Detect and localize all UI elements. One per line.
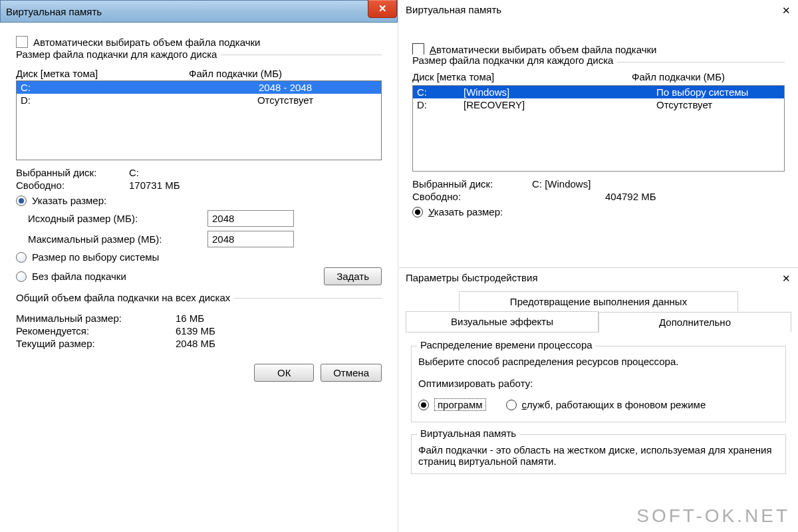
no-paging-radio[interactable]: [16, 271, 27, 282]
set-button[interactable]: Задать: [324, 267, 382, 285]
tab-dep[interactable]: Предотвращение выполнения данных: [459, 291, 738, 311]
per-drive-legend: Размер файла подкачки для каждого диска: [412, 55, 617, 66]
drive-listbox[interactable]: C: [Windows] По выбору системы D: [RECOV…: [412, 85, 785, 172]
vm-description: Файл подкачки - это область на жестком д…: [418, 444, 779, 467]
custom-size-label: Указать размер:: [32, 195, 106, 206]
programs-radio[interactable]: [418, 400, 429, 410]
current-label: Текущий размер:: [16, 338, 176, 349]
auto-manage-checkbox[interactable]: [16, 36, 28, 48]
per-drive-group: Размер файла подкачки для каждого диска …: [16, 55, 382, 286]
column-drive: Диск [метка тома]: [412, 71, 632, 82]
window-title: Виртуальная память: [406, 4, 501, 15]
total-group: Общий объем файла подкачки на всех диска…: [16, 298, 382, 349]
virtual-memory-group: Виртуальная память Файл подкачки - это о…: [411, 434, 786, 474]
window-title: Параметры быстродействия: [406, 272, 538, 283]
system-managed-label: Размер по выбору системы: [32, 251, 159, 263]
custom-size-radio[interactable]: [412, 207, 423, 217]
tab-advanced[interactable]: Дополнительно: [598, 312, 791, 332]
programs-label: программ: [434, 398, 486, 411]
close-button[interactable]: ✕: [368, 0, 397, 18]
total-legend: Общий объем файла подкачки на всех диска…: [16, 292, 234, 303]
drive-row[interactable]: D: [RECOVERY] Отсутствует: [413, 98, 784, 111]
close-icon: ✕: [782, 5, 791, 17]
recommended-label: Рекомендуется:: [16, 325, 176, 336]
titlebar[interactable]: Параметры быстродействия ✕: [399, 268, 798, 287]
vm-group-legend: Виртуальная память: [417, 428, 519, 439]
titlebar[interactable]: Виртуальная память ✕: [399, 0, 798, 19]
services-radio[interactable]: [506, 400, 517, 410]
auto-manage-label: Автоматически выбирать объем файла подка…: [430, 44, 656, 55]
per-drive-legend: Размер файла подкачки для каждого диска: [16, 49, 221, 60]
close-icon: ✕: [782, 273, 791, 285]
drive-row[interactable]: C: [Windows] По выбору системы: [413, 86, 784, 98]
system-managed-radio[interactable]: [16, 252, 27, 263]
cpu-group-legend: Распределение времени процессора: [417, 339, 596, 350]
selected-drive-label: Выбранный диск:: [412, 178, 532, 190]
services-label: служб, работающих в фоновом режиме: [522, 399, 706, 410]
custom-size-label: Указать размер:: [428, 206, 503, 217]
drive-listbox[interactable]: C: 2048 - 2048 D: Отсутствует: [16, 80, 382, 160]
max-size-label: Максимальный размер (МБ):: [28, 233, 201, 245]
close-icon: ✕: [378, 3, 387, 15]
drive-row[interactable]: D: Отсутствует: [17, 94, 381, 106]
drive-row[interactable]: C: 2048 - 2048: [17, 81, 381, 94]
initial-size-label: Исходный размер (МБ):: [28, 213, 201, 224]
current-value: 2048 МБ: [176, 338, 215, 349]
minimum-value: 16 МБ: [176, 313, 204, 324]
per-drive-group: Размер файла подкачки для каждого диска …: [412, 62, 785, 217]
custom-size-radio[interactable]: [16, 196, 27, 206]
selected-drive-value: C: [Windows]: [532, 178, 591, 190]
free-space-label: Свободно:: [16, 180, 129, 191]
close-button[interactable]: ✕: [779, 4, 793, 17]
close-button[interactable]: ✕: [779, 272, 793, 285]
free-space-label: Свободно:: [412, 191, 532, 202]
tab-visual-effects[interactable]: Визуальные эффекты: [406, 311, 598, 332]
minimum-label: Минимальный размер:: [16, 313, 176, 324]
free-space-value: 170731 МБ: [129, 180, 180, 191]
cpu-scheduling-group: Распределение времени процессора Выберит…: [411, 346, 786, 422]
no-paging-label: Без файла подкачки: [32, 271, 126, 282]
recommended-value: 6139 МБ: [176, 325, 215, 336]
titlebar[interactable]: Виртуальная память ✕: [0, 0, 398, 23]
cancel-button[interactable]: Отмена: [321, 364, 382, 382]
column-paging: Файл подкачки (МБ): [189, 68, 382, 79]
free-space-value: 404792 МБ: [532, 191, 656, 202]
column-drive: Диск [метка тома]: [16, 68, 189, 79]
selected-drive-value: C:: [129, 167, 139, 178]
auto-manage-checkbox[interactable]: [412, 43, 424, 55]
selected-drive-label: Выбранный диск:: [16, 167, 129, 178]
max-size-input[interactable]: [207, 231, 294, 247]
auto-manage-label: Автоматически выбирать объем файла подка…: [33, 37, 260, 48]
performance-options-dialog: Параметры быстродействия ✕ Предотвращени…: [399, 267, 798, 532]
cpu-description: Выберите способ распределения ресурсов п…: [418, 356, 779, 367]
virtual-memory-dialog-win7: Виртуальная память ✕ Автоматически выбир…: [0, 0, 398, 532]
initial-size-input[interactable]: [207, 210, 294, 227]
column-paging: Файл подкачки (МБ): [632, 71, 785, 82]
window-title: Виртуальная память: [6, 6, 102, 17]
ok-button[interactable]: ОК: [254, 364, 314, 382]
optimize-label: Оптимизировать работу:: [418, 378, 779, 389]
